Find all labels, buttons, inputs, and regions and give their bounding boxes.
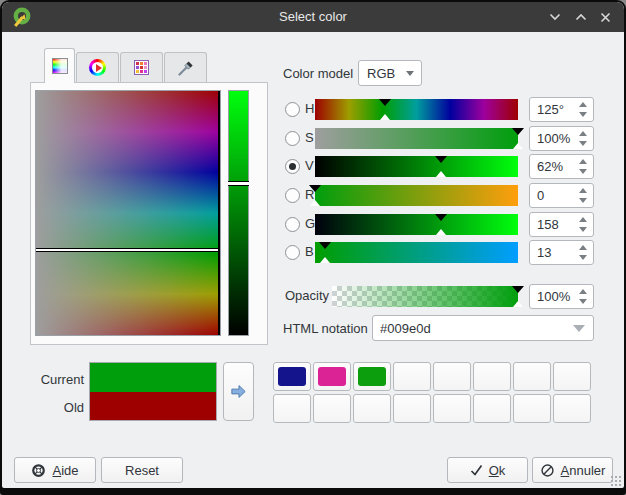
value-spinbox[interactable]: 62% [529,154,594,179]
cancel-button-label: Annuler [561,463,606,478]
swatch-button[interactable] [473,394,511,423]
opacity-label: Opacity [285,288,329,303]
radio-r[interactable] [285,188,300,203]
swatch-button[interactable] [353,362,391,391]
saturation-hue-gradient-box[interactable] [35,90,221,336]
color-swatches-icon [134,60,149,75]
window-title: Select color [2,2,624,32]
radio-h[interactable] [285,102,300,117]
swatch-button[interactable] [393,394,431,423]
swatch-button[interactable] [313,362,351,391]
opacity-slider[interactable] [332,286,518,307]
color-box-icon [52,58,68,74]
color-model-dropdown[interactable]: RGB [358,60,422,86]
green-slider[interactable] [315,214,518,235]
swatch-button[interactable] [433,362,471,391]
hue-selection-line[interactable] [36,248,220,252]
green-spinbox-value: 158 [537,213,559,236]
swatch-chip [318,367,346,386]
cancel-button[interactable]: Annuler [532,457,613,483]
swatch-button[interactable] [353,394,391,423]
value-label: V [305,158,314,173]
spinner-arrows-icon[interactable] [578,131,588,146]
red-spinbox[interactable]: 0 [529,183,594,208]
radio-v[interactable] [285,159,300,174]
chevron-down-icon [406,71,414,76]
select-color-dialog: Select color [0,0,626,495]
add-current-color-button[interactable] [223,362,254,421]
swatch-chip [558,367,586,386]
green-spinbox[interactable]: 158 [529,212,594,237]
resize-grip[interactable] [610,475,621,486]
blue-slider-handle[interactable] [319,242,331,263]
red-row: R 0 [283,185,594,207]
swatch-button[interactable] [473,362,511,391]
spinner-arrows-icon[interactable] [578,217,588,232]
value-bar-handle[interactable] [228,181,249,186]
help-button[interactable]: Aide [14,457,96,483]
tab-color-box[interactable] [44,48,75,83]
swatch-chip [358,367,386,386]
close-button[interactable] [596,9,614,25]
swatch-button[interactable] [313,394,351,423]
spinner-arrows-icon[interactable] [578,289,588,304]
blue-label: B [305,244,314,259]
red-slider-handle[interactable] [309,185,321,206]
saturation-slider[interactable] [315,128,518,149]
radio-g[interactable] [285,217,300,232]
value-slider-handle[interactable] [435,156,447,177]
spinner-arrows-icon[interactable] [578,188,588,203]
swatch-chip [558,399,586,418]
value-vertical-bar[interactable] [228,90,249,336]
saturation-selection-line[interactable] [218,91,220,335]
swatch-button[interactable] [553,362,591,391]
swatch-button[interactable] [433,394,471,423]
opacity-spinbox[interactable]: 100% [529,284,594,309]
swatch-button[interactable] [393,362,431,391]
ok-button[interactable]: Ok [447,457,528,483]
swatch-chip [518,399,546,418]
keep-above-button[interactable] [572,9,590,25]
blue-spinbox[interactable]: 13 [529,240,594,265]
red-slider[interactable] [315,185,518,206]
tab-color-wheel[interactable] [76,52,119,82]
ok-button-label: Ok [489,463,506,478]
swatch-button[interactable] [273,362,311,391]
opacity-slider-handle[interactable] [512,286,524,307]
hue-slider-handle[interactable] [379,99,391,120]
spinner-arrows-icon[interactable] [578,245,588,260]
saturation-spinbox[interactable]: 100% [529,126,594,151]
hue-spinbox[interactable]: 125° [529,97,594,122]
red-spinbox-value: 0 [537,184,544,207]
value-slider[interactable] [315,156,518,177]
radio-b[interactable] [285,245,300,260]
spinner-arrows-icon[interactable] [578,159,588,174]
shade-window-button[interactable] [546,9,564,25]
swatch-chip [438,367,466,386]
hue-spinbox-value: 125° [537,98,564,121]
swatch-button[interactable] [553,394,591,423]
tab-color-sampler[interactable] [164,52,207,82]
hue-slider[interactable] [315,99,518,120]
titlebar[interactable]: Select color [2,2,624,32]
check-icon [470,464,483,476]
chevron-down-icon [573,325,585,332]
old-color-swatch [90,392,216,421]
hue-label: H [305,101,314,116]
saturation-spinbox-value: 100% [537,127,570,150]
saturation-slider-handle[interactable] [512,128,524,149]
html-notation-input[interactable]: #009e0d [372,315,594,341]
reset-button[interactable]: Reset [101,457,183,483]
swatch-button[interactable] [513,362,551,391]
swatch-button[interactable] [513,394,551,423]
color-model-label: Color model [283,66,353,81]
dialog-chrome: Select color [2,2,624,488]
blue-slider[interactable] [315,242,518,263]
html-notation-value: #009e0d [380,316,431,340]
tab-color-swatches[interactable] [120,52,163,82]
spinner-arrows-icon[interactable] [578,102,588,117]
radio-s[interactable] [285,131,300,146]
swatch-button[interactable] [273,394,311,423]
swatch-chip [358,399,386,418]
green-slider-handle[interactable] [435,214,447,235]
